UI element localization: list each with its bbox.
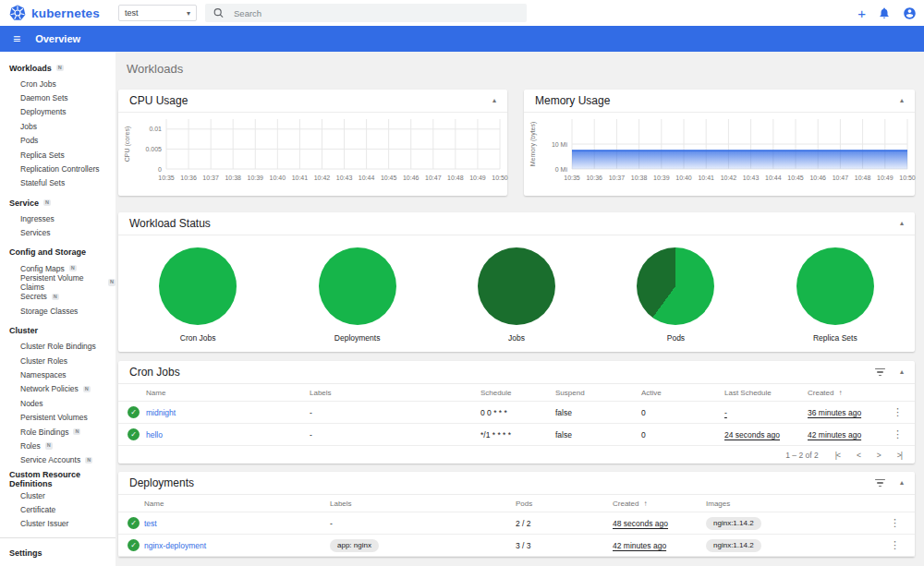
nav-title: Overview	[35, 33, 80, 44]
col-suspend[interactable]: Suspend	[555, 389, 641, 397]
search-input[interactable]	[234, 8, 519, 18]
sidebar-item-storage-classes[interactable]: Storage Classes	[0, 304, 116, 318]
sidebar-section-cluster[interactable]: Cluster	[0, 321, 116, 339]
sidebar-section-service[interactable]: ServiceN	[0, 194, 116, 211]
sidebar-item-nodes[interactable]: Nodes	[0, 396, 116, 410]
col-last-schedule[interactable]: Last Schedule	[724, 389, 808, 397]
sidebar-item-pods[interactable]: Pods	[0, 134, 116, 148]
namespaced-badge: N	[69, 265, 77, 272]
sidebar-item-daemon-sets[interactable]: Daemon Sets	[0, 90, 116, 104]
collapse-icon[interactable]: ▴	[900, 368, 904, 376]
cron-job-link[interactable]: hello	[146, 430, 310, 440]
namespaced-badge: N	[83, 386, 91, 393]
sidebar-item-settings[interactable]: Settings	[0, 544, 116, 561]
collapse-icon[interactable]: ▴	[900, 479, 904, 487]
sidebar-item-services[interactable]: Services	[0, 226, 116, 240]
search-bar[interactable]	[205, 4, 527, 22]
sidebar-item-cluster[interactable]: Cluster	[0, 488, 116, 502]
sidebar-section-config-and-storage[interactable]: Config and Storage	[0, 244, 116, 261]
first-page-icon[interactable]: |<	[835, 451, 840, 460]
pie-label: Deployments	[334, 333, 381, 343]
cron-job-link[interactable]: midnight	[146, 408, 310, 417]
sidebar-item-network-policies[interactable]: Network PoliciesN	[0, 382, 116, 396]
sidebar-item-role-bindings[interactable]: Role BindingsN	[0, 425, 116, 439]
kubernetes-dashboard: kubernetes test ▾ + ≡ Overview	[0, 0, 924, 566]
sidebar-item-ingresses[interactable]: Ingresses	[0, 211, 116, 225]
sidebar-item-cluster-role-bindings[interactable]: Cluster Role Bindings	[0, 339, 116, 353]
pie-deployments: Deployments	[277, 247, 436, 343]
svg-text:10:44: 10:44	[765, 175, 782, 181]
col-images[interactable]: Images	[706, 500, 869, 508]
col-labels[interactable]: Labels	[310, 389, 480, 397]
collapse-icon[interactable]: ▴	[900, 97, 904, 104]
svg-text:10:36: 10:36	[180, 175, 197, 181]
cron-jobs-title: Cron Jobs	[129, 366, 180, 379]
top-bar: kubernetes test ▾ +	[0, 0, 924, 26]
filter-icon[interactable]	[875, 477, 885, 489]
col-name[interactable]: Name	[144, 500, 330, 508]
status-ok-icon: ✓	[128, 517, 140, 529]
filter-icon[interactable]	[875, 367, 885, 379]
next-page-icon[interactable]: >	[877, 451, 881, 460]
memory-usage-title: Memory Usage	[535, 94, 610, 107]
svg-text:10:38: 10:38	[631, 175, 648, 181]
sidebar-section-custom-resource-definitions[interactable]: Custom Resource Definitions	[0, 471, 116, 488]
row-menu-kebab-icon[interactable]: ⋮	[890, 540, 900, 550]
sidebar-item-deployments[interactable]: Deployments	[0, 105, 116, 119]
namespaced-badge: N	[85, 457, 92, 464]
svg-text:Memory (bytes): Memory (bytes)	[529, 122, 537, 167]
menu-hamburger-icon[interactable]: ≡	[13, 32, 20, 45]
svg-text:10:40: 10:40	[270, 175, 286, 181]
svg-text:10:44: 10:44	[359, 175, 375, 181]
col-schedule[interactable]: Schedule	[480, 389, 555, 397]
col-created[interactable]: Created↑	[613, 500, 706, 508]
sidebar-item-namespaces[interactable]: Namespaces	[0, 367, 116, 381]
svg-text:10:50: 10:50	[899, 175, 916, 181]
collapse-icon[interactable]: ▴	[492, 97, 496, 104]
create-resource-button[interactable]: +	[857, 6, 866, 20]
table-row: ✓ test - 2 / 2 48 seconds ago nginx:1.14…	[118, 512, 915, 535]
sidebar-item-replication-controllers[interactable]: Replication Controllers	[0, 162, 116, 175]
sidebar-item-about[interactable]: About	[0, 561, 116, 566]
pods-cell: 2 / 2	[516, 519, 613, 528]
kubernetes-logo[interactable]: kubernetes	[9, 5, 100, 21]
sidebar-item-replica-sets[interactable]: Replica Sets	[0, 148, 116, 162]
namespace-selector[interactable]: test ▾	[118, 5, 197, 21]
namespaced-badge: N	[108, 279, 116, 286]
sidebar-item-cluster-issuer[interactable]: Cluster Issuer	[0, 517, 116, 531]
sidebar-item-stateful-sets[interactable]: Stateful Sets	[0, 176, 116, 190]
sidebar-item-persistent-volume-claims[interactable]: Persistent Volume ClaimsN	[0, 275, 116, 289]
row-menu-kebab-icon[interactable]: ⋮	[893, 407, 903, 417]
user-account-icon[interactable]	[903, 6, 917, 20]
svg-text:10:46: 10:46	[809, 175, 826, 181]
sidebar-item-cron-jobs[interactable]: Cron Jobs	[0, 77, 116, 90]
col-name[interactable]: Name	[146, 389, 310, 397]
sidebar-item-jobs[interactable]: Jobs	[0, 119, 116, 133]
last-page-icon[interactable]: >|	[897, 451, 902, 460]
sidebar-item-service-accounts[interactable]: Service AccountsN	[0, 453, 116, 467]
row-menu-kebab-icon[interactable]: ⋮	[890, 518, 900, 528]
deployment-link[interactable]: nginx-deployment	[144, 541, 330, 550]
col-pods[interactable]: Pods	[516, 500, 613, 508]
col-active[interactable]: Active	[641, 389, 724, 397]
row-menu-kebab-icon[interactable]: ⋮	[893, 429, 903, 440]
sidebar-item-cluster-roles[interactable]: Cluster Roles	[0, 354, 116, 367]
sidebar-item-persistent-volumes[interactable]: Persistent Volumes	[0, 410, 116, 424]
pie-replica-sets: Replica Sets	[756, 247, 915, 343]
chevron-down-icon: ▾	[187, 9, 190, 18]
col-labels[interactable]: Labels	[330, 500, 516, 508]
deployment-link[interactable]: test	[144, 519, 330, 528]
main-content: Workloads CPU Usage ▴ 10:3510:3610:3710:…	[116, 52, 924, 566]
svg-text:0 Mi: 0 Mi	[555, 166, 568, 173]
sidebar-item-roles[interactable]: RolesN	[0, 439, 116, 452]
collapse-icon[interactable]: ▴	[900, 220, 904, 227]
col-created[interactable]: Created↑	[808, 389, 893, 397]
sidebar-section-workloads[interactable]: WorkloadsN	[0, 59, 116, 77]
previous-page-icon[interactable]: <	[857, 451, 860, 460]
sidebar-item-certificate[interactable]: Certificate	[0, 502, 116, 516]
notifications-bell-icon[interactable]	[878, 6, 891, 19]
suspend-cell: false	[555, 408, 641, 417]
cron-jobs-pie-chart	[159, 247, 237, 325]
label-chip: app: nginx	[330, 539, 379, 552]
labels-cell: -	[310, 430, 480, 440]
